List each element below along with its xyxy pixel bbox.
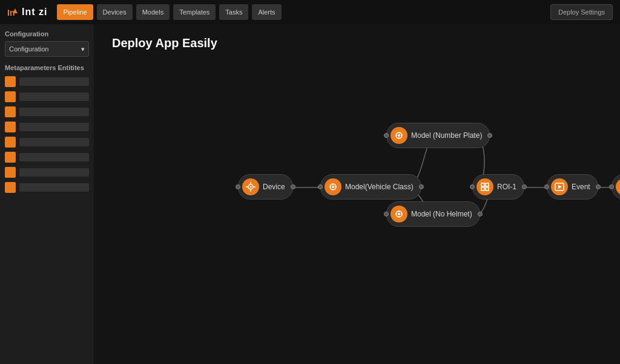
meta-label-bar [19,138,89,146]
svg-point-24 [398,213,400,215]
node-model-vehicle[interactable]: Model(Vehicle Class) [320,174,421,200]
node-dot-left [236,184,240,189]
node-model-helmet-label: Model (No Helmet) [411,210,472,218]
main-container: Configuration Configuration ▾ Metaparame… [0,24,620,364]
list-item [5,167,89,178]
svg-point-12 [332,186,334,188]
device-icon [242,178,259,195]
meta-label-bar [19,168,89,177]
node-roi-label: ROI-1 [497,183,516,191]
svg-rect-32 [486,187,489,190]
node-dot-right [291,184,295,189]
node-model-plate[interactable]: Model (Number Plate) [386,123,490,148]
list-item [5,152,89,163]
node-dot-left [609,184,614,189]
node-dot-left [384,133,389,138]
config-section-title: Configuration [5,30,89,37]
node-dot-left [318,184,323,189]
svg-marker-34 [558,185,562,189]
node-model-helmet[interactable]: Model (No Helmet) [386,201,480,227]
model-plate-icon [391,127,407,144]
node-dot-left [384,212,389,216]
meta-label-bar [19,108,89,116]
meta-color-box [5,122,16,132]
meta-color-box [5,182,16,193]
nav-models[interactable]: Models [136,4,170,20]
list-item [5,106,89,117]
node-alert[interactable]: Alert [612,174,620,200]
node-dot-right [596,184,601,189]
list-item [5,182,89,193]
top-nav: In Int zi Pipeline Devices Models Templa… [0,0,620,24]
page-title: Deploy App Easily [112,36,217,50]
node-event[interactable]: Event [547,174,598,200]
meta-label-bar [19,123,89,131]
meta-color-box [5,167,16,178]
meta-color-box [5,152,16,163]
nav-pipeline[interactable]: Pipeline [57,4,93,20]
meta-label-bar [19,183,89,192]
model-helmet-icon [391,206,407,223]
node-device[interactable]: Device [238,174,293,200]
sidebar: Configuration Configuration ▾ Metaparame… [0,24,94,364]
svg-rect-29 [481,183,484,186]
node-dot-right [487,133,492,138]
model-vehicle-icon [325,178,341,195]
svg-point-18 [398,134,400,137]
list-item [5,137,89,148]
node-dot-right [522,184,527,189]
meta-section-title: Metaparameters Entitites [5,64,89,71]
meta-label-bar [19,93,89,101]
nav-templates[interactable]: Templates [173,4,216,20]
node-model-vehicle-label: Model(Vehicle Class) [345,183,414,191]
config-dropdown[interactable]: Configuration ▾ [5,41,89,57]
chevron-down-icon: ▾ [81,45,85,53]
node-dot-right [419,184,424,189]
event-icon [551,178,568,195]
canvas-area: Deploy App Easily [94,24,620,364]
meta-color-box [5,137,16,148]
svg-point-6 [250,186,252,188]
logo: In Int zi [7,6,47,18]
nav-alerts[interactable]: Alerts [252,4,281,20]
node-dot-right [478,212,483,216]
svg-rect-30 [486,183,489,186]
nav-devices[interactable]: Devices [97,4,133,20]
alert-icon [616,178,620,195]
node-roi[interactable]: ROI-1 [472,174,524,200]
logo-text: Int zi [22,7,47,18]
list-item [5,76,89,87]
meta-color-box [5,106,16,117]
meta-label-bar [19,77,89,86]
svg-rect-31 [481,187,484,190]
list-item [5,91,89,102]
meta-label-bar [19,153,89,161]
node-dot-left [470,184,475,189]
logo-icon: In [7,6,19,18]
node-model-plate-label: Model (Number Plate) [411,131,482,140]
config-dropdown-label: Configuration [9,45,48,53]
node-dot-left [544,184,549,189]
meta-color-box [5,91,16,102]
roi-icon [477,178,493,195]
deploy-settings-button[interactable]: Deploy Settings [550,4,613,20]
list-item [5,122,89,132]
node-event-label: Event [572,183,590,191]
node-device-label: Device [263,183,285,191]
meta-color-box [5,76,16,87]
nav-tasks[interactable]: Tasks [219,4,248,20]
